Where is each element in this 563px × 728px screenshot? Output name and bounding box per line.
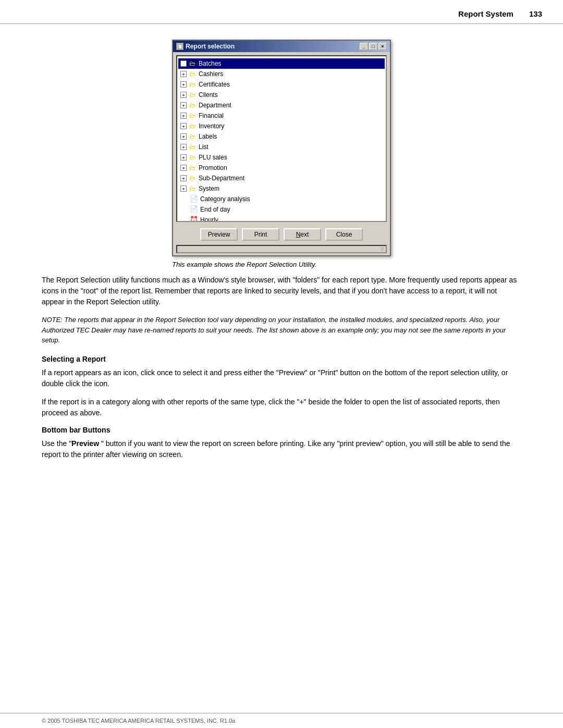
- section-text-selecting-2: If the report is in a category along wit…: [42, 397, 521, 418]
- tree-label-endofday: End of day: [200, 205, 230, 214]
- folder-icon-plusales: 🗁: [188, 153, 197, 162]
- folder-icon-clients: 🗁: [188, 91, 197, 99]
- resize-handle: //: [381, 246, 385, 252]
- note-paragraph: NOTE: The reports that appear in the Rep…: [42, 315, 521, 346]
- dialog-statusbar: //: [176, 245, 387, 253]
- dialog-caption: This example shows the Report Selection …: [172, 261, 391, 268]
- tree-label-batches: Batches: [199, 59, 221, 68]
- tree-label-subdepartment: Sub-Department: [199, 174, 244, 183]
- tree-label-plusales: PLU sales: [199, 153, 227, 162]
- tree-item-plusales[interactable]: + 🗁 PLU sales: [178, 152, 385, 163]
- titlebar-left: 📋 Report selection: [176, 43, 235, 50]
- dialog-title: Report selection: [186, 43, 235, 50]
- tree-label-system: System: [199, 184, 219, 193]
- tree-item-hourly[interactable]: ⏰ Hourly: [178, 215, 385, 222]
- folder-icon-list: 🗁: [188, 143, 197, 151]
- tree-item-clients[interactable]: + 🗁 Clients: [178, 90, 385, 100]
- tree-label-cashiers: Cashiers: [199, 69, 223, 79]
- preview-button[interactable]: Preview: [200, 228, 238, 241]
- report-selection-dialog: 📋 Report selection _ □ × + 🗁 Batches: [172, 40, 391, 256]
- expand-labels[interactable]: +: [180, 133, 187, 140]
- tree-label-department: Department: [199, 101, 231, 110]
- tree-item-department[interactable]: + 🗁 Department: [178, 100, 385, 110]
- folder-icon-financial: 🗁: [188, 112, 197, 120]
- tree-item-cashiers[interactable]: + 🗁 Cashiers: [178, 69, 385, 79]
- close-button[interactable]: ×: [378, 43, 387, 50]
- folder-icon-inventory: 🗁: [188, 122, 197, 130]
- clock-icon-hourly: ⏰: [190, 216, 198, 222]
- folder-icon-batches: 🗁: [188, 59, 197, 68]
- chapter-title: Report System: [458, 9, 513, 18]
- tree-item-list[interactable]: + 🗁 List: [178, 142, 385, 152]
- tree-item-certificates[interactable]: + 🗁 Certificates: [178, 79, 385, 90]
- titlebar-controls: _ □ ×: [360, 43, 387, 50]
- body-paragraph-1: The Report Selection utility functions m…: [42, 275, 521, 307]
- expand-cashiers[interactable]: +: [180, 71, 187, 77]
- tree-item-endofday[interactable]: 📄 End of day: [178, 204, 385, 215]
- expand-plusales[interactable]: +: [180, 154, 187, 161]
- folder-icon-promotion: 🗁: [188, 164, 197, 172]
- tree-item-batches[interactable]: + 🗁 Batches: [178, 58, 385, 69]
- tree-item-system[interactable]: + 🗁 System: [178, 183, 385, 194]
- tree-item-labels[interactable]: + 🗁 Labels: [178, 131, 385, 142]
- tree-label-list: List: [199, 142, 209, 152]
- dialog-titlebar: 📋 Report selection _ □ ×: [173, 41, 390, 52]
- folder-icon-subdepartment: 🗁: [188, 174, 197, 182]
- page-footer: © 2005 TOSHIBA TEC AMERICA AMERICA RETAI…: [0, 713, 563, 728]
- dialog-app-icon: 📋: [176, 43, 183, 50]
- dialog-wrapper: 📋 Report selection _ □ × + 🗁 Batches: [42, 40, 521, 268]
- folder-icon-cashiers: 🗁: [188, 70, 197, 78]
- tree-label-inventory: Inventory: [199, 121, 224, 131]
- page-content: 📋 Report selection _ □ × + 🗁 Batches: [0, 24, 563, 488]
- expand-promotion[interactable]: +: [180, 165, 187, 171]
- next-button[interactable]: Next: [284, 228, 321, 241]
- expand-financial[interactable]: +: [180, 113, 187, 119]
- close-dialog-button[interactable]: Close: [325, 228, 363, 241]
- report-icon-categoryanalysis: 📄: [190, 195, 198, 203]
- folder-icon-system: 🗁: [188, 184, 197, 193]
- section-heading-buttons: Bottom bar Buttons: [42, 426, 521, 434]
- tree-label-financial: Financial: [199, 111, 224, 120]
- expand-batches[interactable]: +: [180, 60, 187, 67]
- tree-view[interactable]: + 🗁 Batches + 🗁 Cashiers + 🗁 Certificate…: [176, 55, 387, 222]
- tree-label-clients: Clients: [199, 90, 218, 100]
- tree-label-hourly: Hourly: [200, 215, 218, 222]
- folder-icon-labels: 🗁: [188, 132, 197, 141]
- folder-icon-department: 🗁: [188, 101, 197, 109]
- tree-label-categoryanalysis: Category analysis: [200, 194, 250, 204]
- tree-label-labels: Labels: [199, 132, 217, 141]
- tree-label-promotion: Promotion: [199, 163, 227, 172]
- expand-department[interactable]: +: [180, 102, 187, 108]
- expand-clients[interactable]: +: [180, 92, 187, 98]
- tree-item-promotion[interactable]: + 🗁 Promotion: [178, 163, 385, 173]
- folder-icon-certificates: 🗁: [188, 80, 197, 89]
- expand-certificates[interactable]: +: [180, 81, 187, 88]
- expand-list[interactable]: +: [180, 144, 187, 150]
- minimize-button[interactable]: _: [360, 43, 368, 50]
- maximize-button[interactable]: □: [369, 43, 377, 50]
- tree-label-certificates: Certificates: [199, 80, 230, 89]
- tree-item-financial[interactable]: + 🗁 Financial: [178, 110, 385, 121]
- report-icon-endofday: 📄: [190, 205, 198, 214]
- print-button[interactable]: Print: [242, 228, 279, 241]
- page-number: 133: [529, 9, 542, 18]
- expand-inventory[interactable]: +: [180, 123, 187, 129]
- section-text-buttons: Use the "Preview " button if you want to…: [42, 438, 521, 460]
- expand-subdepartment[interactable]: +: [180, 175, 187, 181]
- tree-item-inventory[interactable]: + 🗁 Inventory: [178, 121, 385, 131]
- footer-text: © 2005 TOSHIBA TEC AMERICA AMERICA RETAI…: [42, 718, 235, 724]
- tree-item-categoryanalysis[interactable]: 📄 Category analysis: [178, 194, 385, 204]
- dialog-buttons-row: Preview Print Next Close: [173, 225, 390, 245]
- page-header: Report System 133: [0, 0, 563, 24]
- section-heading-selecting: Selecting a Report: [42, 355, 521, 363]
- section-text-selecting-1: If a report appears as an icon, click on…: [42, 367, 521, 389]
- expand-system[interactable]: +: [180, 186, 187, 192]
- tree-item-subdepartment[interactable]: + 🗁 Sub-Department: [178, 173, 385, 183]
